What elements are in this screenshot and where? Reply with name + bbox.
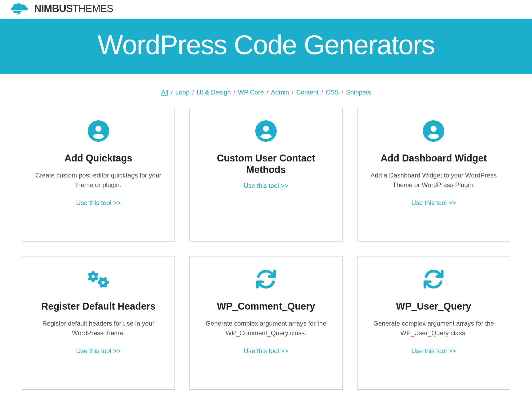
filter-separator: / (171, 89, 173, 96)
cloud-plane-icon (8, 3, 32, 15)
card-description: Generate complex argument arrays for the… (198, 319, 334, 338)
card-title: WP_User_Query (396, 301, 471, 312)
filter-separator: / (233, 89, 235, 96)
tool-card: WP_Comment_QueryGenerate complex argumen… (189, 256, 342, 390)
card-title: Add Dashboard Widget (380, 152, 487, 164)
user-icon (88, 120, 109, 142)
tool-card: Register Default HeadersRegister default… (22, 256, 175, 390)
card-description: Add a Dashboard Widget to your WordPress… (366, 171, 502, 190)
use-tool-link[interactable]: Use this tool >> (411, 347, 456, 355)
filter-separator: / (342, 89, 343, 96)
card-title: Register Default Headers (41, 301, 156, 312)
card-title: WP_Comment_Query (217, 301, 315, 312)
use-tool-link[interactable]: Use this tool >> (411, 199, 456, 207)
card-description: Create custom post-editor quicktags for … (30, 171, 166, 190)
site-logo[interactable]: NIMBUSTHEMES (8, 3, 113, 15)
use-tool-link[interactable]: Use this tool >> (244, 182, 288, 189)
filter-css[interactable]: CSS (326, 89, 339, 96)
hero-banner: WordPress Code Generators (0, 19, 532, 74)
filter-content[interactable]: Content (296, 89, 319, 96)
page-title: WordPress Code Generators (5, 29, 527, 61)
filter-snippets[interactable]: Snippets (346, 89, 371, 96)
refresh-icon (255, 268, 277, 290)
card-description: Generate complex argument arrays for the… (366, 319, 502, 338)
user-icon (423, 120, 444, 142)
cards-grid: Add QuicktagsCreate custom post-editor q… (10, 108, 522, 400)
card-title: Add Quicktags (65, 152, 132, 164)
filter-all[interactable]: All (161, 89, 168, 96)
filter-loop[interactable]: Loop (175, 89, 189, 96)
filter-nav: All/Loop/UI & Design/WP Core/Admin/Conte… (0, 74, 532, 108)
filter-separator: / (192, 89, 194, 96)
tool-card: Add Dashboard WidgetAdd a Dashboard Widg… (357, 108, 510, 242)
refresh-icon (423, 268, 444, 290)
card-description: Register default headers for use in your… (30, 319, 166, 338)
gears-icon (88, 268, 109, 290)
filter-separator: / (321, 89, 323, 96)
filter-wp-core[interactable]: WP Core (238, 89, 264, 96)
filter-separator: / (267, 89, 268, 96)
filter-admin[interactable]: Admin (271, 89, 289, 96)
tool-card: Add QuicktagsCreate custom post-editor q… (22, 108, 175, 242)
logo-text: NIMBUSTHEMES (34, 3, 113, 14)
tool-card: WP_User_QueryGenerate complex argument a… (357, 256, 510, 390)
site-header: NIMBUSTHEMES (0, 0, 532, 19)
use-tool-link[interactable]: Use this tool >> (76, 199, 121, 207)
card-title: Custom User Contact Methods (198, 152, 334, 175)
filter-separator: / (292, 89, 293, 96)
filter-ui-design[interactable]: UI & Design (197, 89, 231, 96)
use-tool-link[interactable]: Use this tool >> (76, 347, 121, 355)
use-tool-link[interactable]: Use this tool >> (244, 347, 288, 355)
tool-card: Custom User Contact MethodsUse this tool… (189, 108, 342, 242)
user-icon (255, 120, 277, 142)
